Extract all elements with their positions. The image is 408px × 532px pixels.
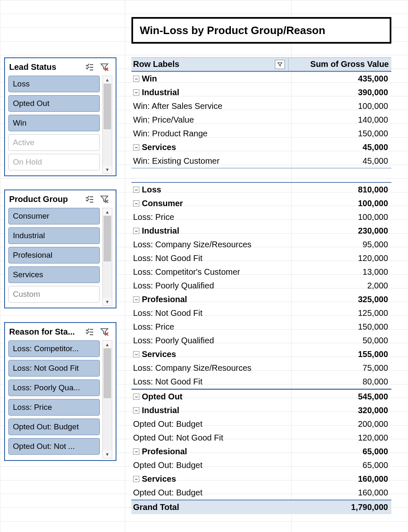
slicer-item[interactable]: Active — [8, 134, 100, 151]
pivot-row-label-cell: −Industrial — [131, 88, 287, 97]
pivot-row-label: Opted Out: Budget — [133, 461, 203, 470]
pivot-row-label-cell: Opted Out: Budget — [131, 488, 287, 498]
slicer-item[interactable]: Opted Out — [8, 95, 100, 112]
slicer-item[interactable]: Loss: Not Good Fit — [8, 360, 100, 377]
pivot-row-label: Services — [142, 143, 176, 152]
pivot-row: Opted Out: Budget160,000 — [131, 486, 391, 500]
collapse-toggle[interactable]: − — [133, 476, 139, 482]
scroll-track[interactable] — [103, 84, 112, 166]
pivot-row-label: Loss: Price — [133, 322, 174, 332]
pivot-row-label: Loss — [142, 185, 161, 195]
slicer-item[interactable]: Opted Out: Not ... — [8, 438, 100, 455]
scrollbar[interactable]: ▲▼ — [102, 76, 112, 174]
clear-filter-button[interactable] — [100, 195, 109, 204]
scroll-thumb[interactable] — [104, 216, 111, 261]
pivot-row: −Industrial390,000 — [131, 86, 391, 99]
collapse-toggle[interactable]: − — [133, 76, 139, 82]
pivot-row: −Industrial230,000 — [131, 224, 391, 238]
slicer-header: Lead Status — [8, 61, 112, 73]
slicer-item[interactable]: Custom — [8, 286, 100, 303]
pivot-row-label: Win — [142, 74, 157, 84]
scroll-track[interactable] — [103, 216, 112, 298]
collapse-toggle[interactable]: − — [133, 228, 139, 234]
scroll-thumb[interactable] — [104, 348, 111, 398]
collapse-toggle[interactable]: − — [133, 296, 139, 303]
collapse-toggle[interactable]: − — [133, 187, 139, 193]
pivot-row-value: 325,000 — [287, 295, 391, 304]
pivot-row-label: Loss: Company Size/Resources — [133, 363, 252, 373]
scroll-up-arrow[interactable]: ▲ — [103, 208, 112, 216]
pivot-row-label-cell: Win: Existing Customer — [131, 156, 287, 166]
pivot-row-label-cell: Opted Out: Budget — [131, 461, 287, 470]
pivot-row: Loss: Not Good Fit125,000 — [131, 306, 391, 320]
slicer-item[interactable]: Loss: Price — [8, 399, 100, 416]
slicer-item[interactable]: On Hold — [8, 154, 100, 170]
pivot-row-label-cell: −Loss — [131, 185, 287, 195]
slicer-item[interactable]: Industrial — [8, 227, 100, 244]
pivot-row-label: Win: Existing Customer — [133, 156, 220, 166]
scroll-down-arrow[interactable]: ▼ — [103, 451, 112, 458]
collapse-toggle[interactable]: − — [133, 144, 139, 150]
collapse-toggle[interactable]: − — [133, 448, 139, 455]
pivot-row: Opted Out: Not Good Fit120,000 — [131, 431, 391, 445]
slicer-item[interactable]: Loss: Poorly Qua... — [8, 379, 100, 396]
scrollbar[interactable]: ▲▼ — [102, 340, 112, 458]
pivot-row-value: 95,000 — [287, 240, 391, 249]
collapse-toggle[interactable]: − — [133, 200, 139, 207]
pivot-row: Loss: Poorly Qualified50,000 — [131, 334, 391, 347]
pivot-row-label: Services — [142, 350, 176, 359]
slicer-item[interactable]: Loss: Competitor... — [8, 340, 100, 357]
collapse-toggle[interactable]: − — [133, 89, 139, 96]
scroll-track[interactable] — [103, 348, 112, 451]
collapse-toggle[interactable]: − — [133, 351, 139, 357]
scroll-thumb[interactable] — [104, 84, 111, 129]
pivot-row-label-cell: Win: Price/Value — [131, 115, 287, 125]
pivot-row-label-cell: −Opted Out — [131, 392, 287, 401]
pivot-row-label-cell: −Profesional — [131, 295, 287, 304]
clear-filter-button[interactable] — [100, 62, 109, 71]
slicer-item[interactable]: Services — [8, 266, 100, 283]
slicer-item[interactable]: Win — [8, 115, 100, 131]
scroll-down-arrow[interactable]: ▼ — [103, 166, 112, 173]
pivot-row-value: 120,000 — [287, 254, 391, 263]
pivot-row-value: 100,000 — [287, 199, 391, 208]
pivot-row: −Consumer100,000 — [131, 197, 391, 210]
pivot-row: Loss: Not Good Fit120,000 — [131, 251, 391, 265]
pivot-row-label: Win: Price/Value — [133, 115, 194, 125]
row-labels-filter-button[interactable] — [275, 60, 285, 69]
pivot-row: Win: Existing Customer45,000 — [131, 154, 391, 168]
scrollbar[interactable]: ▲▼ — [102, 208, 112, 306]
collapse-toggle[interactable]: − — [133, 394, 139, 400]
slicer-item[interactable]: Profesional — [8, 247, 100, 264]
multi-select-button[interactable] — [85, 195, 94, 204]
scroll-down-arrow[interactable]: ▼ — [103, 298, 112, 305]
pivot-header: Row Labels Sum of Gross Value — [131, 57, 391, 71]
pivot-row-value: 50,000 — [287, 336, 391, 345]
pivot-row-label: Consumer — [142, 199, 183, 208]
filter-icon — [277, 62, 283, 67]
slicer-title: Reason for Sta... — [9, 327, 75, 337]
pivot-row-label: Loss: Poorly Qualified — [133, 281, 214, 291]
scroll-up-arrow[interactable]: ▲ — [103, 341, 112, 348]
pivot-row-label: Win: Product Range — [133, 129, 208, 138]
pivot-row: Opted Out: Budget65,000 — [131, 458, 391, 472]
multi-select-button[interactable] — [85, 62, 94, 71]
slicer-item[interactable]: Opted Out: Budget — [8, 419, 100, 435]
clear-filter-button[interactable] — [100, 327, 109, 336]
pivot-row: Loss: Competitor's Customer13,000 — [131, 265, 391, 279]
pivot-row-label: Loss: Competitor's Customer — [133, 267, 240, 277]
pivot-row-label-cell: Loss: Poorly Qualified — [131, 336, 287, 345]
pivot-row: Win: After Sales Service100,000 — [131, 99, 391, 113]
scroll-up-arrow[interactable]: ▲ — [103, 76, 112, 84]
pivot-row: Loss: Price150,000 — [131, 320, 391, 334]
pivot-spacer — [131, 168, 391, 182]
clear-filter-icon — [100, 195, 109, 204]
slicer-list: LossOpted OutWinActiveOn Hold — [8, 76, 102, 174]
pivot-row-label-cell: Loss: Poorly Qualified — [131, 281, 287, 291]
collapse-toggle[interactable]: − — [133, 407, 139, 414]
multi-select-button[interactable] — [85, 327, 94, 336]
slicer-item[interactable]: Consumer — [8, 208, 100, 224]
slicer-item[interactable]: Loss — [8, 76, 100, 92]
pivot-row-value: 160,000 — [287, 488, 391, 498]
pivot-header-value: Sum of Gross Value — [288, 58, 391, 71]
